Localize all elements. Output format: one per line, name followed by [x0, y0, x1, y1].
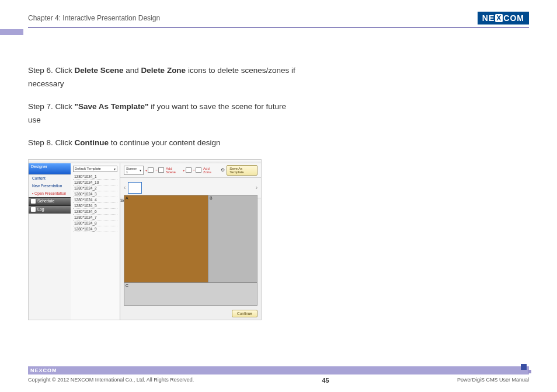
schedule-icon	[31, 199, 36, 204]
step-7: Step 7. Click "Save As Template" if you …	[28, 100, 297, 127]
zone-c[interactable]: C	[124, 282, 257, 305]
scene-icon	[158, 167, 164, 173]
minus-icon: −	[155, 169, 158, 172]
manual-title: PowerDigiS CMS User Manual	[457, 377, 529, 384]
template-panel: Default Template ▾ 1280*1024_1 1280*1024…	[71, 163, 120, 320]
add-scene-button[interactable]: +	[145, 167, 154, 173]
sidebar-section-log[interactable]: Log	[29, 205, 71, 214]
gear-icon[interactable]: ⚙	[221, 167, 225, 173]
app-screenshot: Designer Content New Presentation • Open…	[28, 159, 262, 320]
canvas-area: Screen 1 ▾ + − Add Scene + − Add Zone ⚙ …	[120, 163, 261, 320]
step-6: Step 6. Click Delete Scene and Delete Zo…	[28, 64, 297, 91]
sidebar-item-content[interactable]: Content	[29, 174, 71, 182]
list-item[interactable]: 1280*1024_9	[73, 226, 117, 232]
list-item[interactable]: 1280*1024_5	[73, 203, 117, 209]
zone-b[interactable]: B	[208, 195, 257, 283]
chevron-down-icon: ▾	[140, 168, 141, 172]
minus-icon: −	[193, 169, 196, 172]
sidebar-section-designer[interactable]: Designer	[29, 163, 71, 174]
template-list: 1280*1024_1 1280*1024_10 1280*1024_2 128…	[73, 174, 117, 232]
zone-icon	[196, 167, 201, 173]
plus-icon: +	[145, 169, 148, 172]
footer-logo: NEXCOM	[30, 368, 57, 373]
scene-icon	[148, 167, 154, 173]
copyright-text: Copyright © 2012 NEXCOM International Co…	[28, 377, 194, 384]
add-scene-label: Add Scene	[166, 167, 181, 174]
page-header: Chapter 4: Interactive Presentation Desi…	[28, 12, 529, 28]
step-8: Step 8. Click Continue to continue your …	[28, 136, 297, 150]
list-item[interactable]: 1280*1024_8	[73, 220, 117, 226]
sidebar-section-schedule[interactable]: Schedule	[29, 197, 71, 205]
list-item[interactable]: 1280*1024_10	[73, 180, 117, 186]
zone-icon	[186, 167, 192, 173]
canvas-toolbar: Screen 1 ▾ + − Add Scene + − Add Zone ⚙ …	[120, 163, 261, 178]
next-scene-button[interactable]: ›	[256, 184, 257, 191]
screen-selector[interactable]: Screen 1 ▾	[124, 166, 144, 175]
list-item[interactable]: 1280*1024_2	[73, 186, 117, 191]
delete-zone-button[interactable]: −	[193, 167, 202, 173]
plus-icon: +	[183, 169, 185, 172]
sidebar-item-new-presentation[interactable]: New Presentation	[29, 182, 71, 190]
save-as-template-button[interactable]: Save As Template	[227, 165, 257, 176]
add-zone-label: Add Zone	[203, 167, 217, 174]
continue-button[interactable]: Continue	[232, 310, 257, 317]
app-left-panel: Designer Content New Presentation • Open…	[29, 163, 71, 320]
footer-bar: NEXCOM	[28, 366, 529, 374]
list-item[interactable]: 1280*1024_4	[73, 197, 117, 203]
page-footer: NEXCOM Copyright © 2012 NEXCOM Internati…	[28, 366, 529, 384]
template-dropdown[interactable]: Default Template ▾	[73, 166, 117, 172]
page-number: 45	[322, 377, 329, 384]
list-item[interactable]: 1280*1024_1	[73, 174, 117, 180]
list-item[interactable]: 1280*1024_3	[73, 191, 117, 197]
sidebar-item-open-presentation[interactable]: • Open Presentation	[29, 190, 71, 197]
logo-text-x: X	[495, 14, 503, 22]
log-icon	[31, 207, 36, 212]
prev-scene-button[interactable]: ‹	[124, 184, 126, 191]
zone-a[interactable]: A	[124, 195, 208, 283]
add-zone-button[interactable]: +	[183, 167, 192, 173]
chevron-down-icon: ▾	[114, 167, 116, 171]
list-item[interactable]: 1280*1024_6	[73, 209, 117, 215]
instruction-body: Step 6. Click Delete Scene and Delete Zo…	[28, 64, 297, 150]
layout-canvas[interactable]: A B C	[124, 195, 257, 306]
delete-scene-button[interactable]: −	[155, 167, 164, 173]
logo-text-right: COM	[503, 13, 524, 23]
section-tab-marker	[0, 29, 23, 35]
chapter-title: Chapter 4: Interactive Presentation Desi…	[28, 14, 160, 22]
scene-thumbnail[interactable]	[128, 182, 142, 194]
nexcom-logo: NE X COM	[478, 12, 529, 24]
logo-text-left: NE	[482, 13, 495, 23]
list-item[interactable]: 1280*1024_7	[73, 215, 117, 220]
